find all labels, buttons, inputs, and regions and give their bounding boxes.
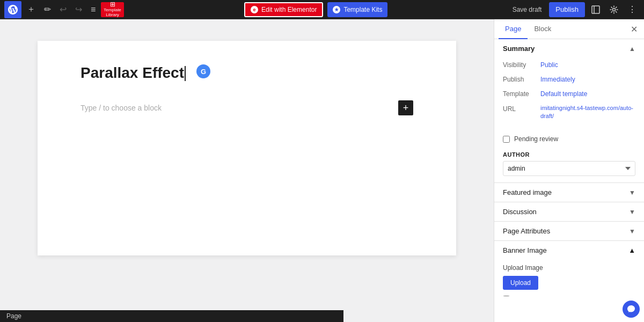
upload-image-label: Upload Image — [503, 264, 635, 272]
discussion-chevron-icon: ▼ — [629, 208, 635, 216]
summary-section: Summary ▲ Visibility Public Publish Imme… — [494, 39, 644, 183]
add-new-button[interactable]: ＋ — [24, 2, 39, 17]
remove-banner-row: Remove banner — [503, 295, 635, 296]
tab-page[interactable]: Page — [499, 19, 528, 39]
cursor — [185, 66, 186, 81]
discussion-section: Discussion ▼ — [494, 202, 644, 222]
banner-image-chevron-icon: ▲ — [628, 246, 635, 254]
template-library-label: TemplateLibrary — [104, 8, 121, 18]
page-title: Parallax Effect — [80, 62, 186, 83]
url-label: URL — [503, 104, 540, 114]
editor-area: Parallax Effect G Type / to choose a blo… — [0, 19, 494, 322]
pending-review-checkbox[interactable] — [503, 136, 510, 143]
template-value[interactable]: Default template — [540, 89, 587, 99]
block-placeholder-row: Type / to choose a block + — [80, 96, 413, 120]
summary-section-body: Visibility Public Publish Immediately Te… — [494, 58, 644, 131]
page-attributes-chevron-icon: ▼ — [629, 228, 635, 235]
page-attributes-label: Page Attributes — [503, 227, 550, 235]
publish-row: Publish Immediately — [503, 75, 635, 85]
publish-label: Publish — [503, 75, 540, 85]
page-attributes-section: Page Attributes ▼ — [494, 222, 644, 241]
template-kits-label: Template Kits — [343, 6, 382, 13]
remove-banner-checkbox[interactable] — [503, 296, 510, 296]
url-row: URL imitatingnight.s4-tastewp.com/auto-d… — [503, 104, 635, 121]
sidebar-header: Page Block ✕ — [494, 19, 644, 39]
elementor-icon: e — [251, 6, 258, 13]
template-row: Template Default template — [503, 89, 635, 99]
featured-image-label: Featured image — [503, 188, 552, 196]
sidebar-close-button[interactable]: ✕ — [628, 22, 640, 36]
visibility-label: Visibility — [503, 60, 540, 70]
right-sidebar: Page Block ✕ Summary ▲ Visibility Public… — [494, 19, 644, 322]
google-avatar: G — [196, 64, 210, 78]
wp-logo[interactable] — [4, 1, 21, 18]
undo-button[interactable]: ↩ — [56, 2, 70, 17]
details-button[interactable]: ≡ — [87, 2, 99, 17]
banner-image-section: Banner Image ▲ Upload Image Upload Remov… — [494, 241, 644, 296]
support-chat-button[interactable] — [623, 301, 640, 318]
publish-value[interactable]: Immediately — [540, 75, 575, 85]
tab-block[interactable]: Block — [528, 19, 558, 39]
banner-image-body: Upload Image Upload Remove banner Hide T… — [494, 260, 644, 296]
sidebar-body: Summary ▲ Visibility Public Publish Imme… — [494, 39, 644, 296]
remove-banner-label: Remove banner — [514, 295, 559, 296]
featured-image-header[interactable]: Featured image ▼ — [494, 183, 644, 202]
toolbar-right: Save draft Publish ⋮ — [508, 2, 640, 17]
pending-review-label: Pending review — [514, 135, 558, 143]
summary-title: Summary — [503, 45, 535, 53]
save-draft-button[interactable]: Save draft — [508, 4, 546, 16]
add-block-button[interactable]: + — [398, 100, 413, 115]
page-title-text: Parallax Effect — [80, 64, 184, 81]
summary-chevron-icon: ▲ — [629, 45, 635, 53]
template-kits-button[interactable]: ★ Template Kits — [327, 2, 387, 17]
bottom-bar-label: Page — [6, 312, 21, 320]
visibility-row: Visibility Public — [503, 60, 635, 70]
bottom-bar: Page — [0, 310, 343, 322]
featured-image-chevron-icon: ▼ — [629, 189, 635, 196]
svg-rect-0 — [592, 6, 599, 13]
visibility-value[interactable]: Public — [540, 60, 558, 70]
main-layout: Parallax Effect G Type / to choose a blo… — [0, 19, 644, 322]
author-row: AUTHOR admin — [494, 149, 644, 182]
url-value[interactable]: imitatingnight.s4-tastewp.com/auto-draft… — [540, 104, 635, 121]
more-options-button[interactable]: ⋮ — [625, 2, 640, 17]
template-library-button[interactable]: ⊞ TemplateLibrary — [101, 2, 123, 17]
svg-point-2 — [613, 8, 616, 11]
author-select[interactable]: admin — [503, 161, 635, 176]
featured-image-section: Featured image ▼ — [494, 183, 644, 202]
edit-with-elementor-button[interactable]: e Edit with Elementor — [244, 2, 323, 17]
author-label: AUTHOR — [503, 151, 635, 158]
upload-button[interactable]: Upload — [503, 276, 538, 290]
template-kits-icon: ★ — [333, 6, 340, 13]
discussion-header[interactable]: Discussion ▼ — [494, 202, 644, 221]
banner-image-label: Banner Image — [503, 246, 547, 254]
block-placeholder-text: Type / to choose a block — [80, 104, 162, 112]
redo-button[interactable]: ↪ — [72, 2, 85, 17]
template-label: Template — [503, 89, 540, 99]
banner-image-header[interactable]: Banner Image ▲ — [494, 241, 644, 260]
page-attributes-header[interactable]: Page Attributes ▼ — [494, 222, 644, 240]
settings-button[interactable] — [606, 2, 621, 17]
editor-content: Parallax Effect G Type / to choose a blo… — [38, 41, 456, 255]
discussion-label: Discussion — [503, 208, 537, 216]
pending-review-row: Pending review — [494, 131, 644, 149]
edit-button[interactable]: ✏ — [41, 2, 54, 17]
publish-button[interactable]: Publish — [549, 2, 585, 17]
view-button[interactable] — [588, 2, 603, 17]
summary-section-header[interactable]: Summary ▲ — [494, 39, 644, 58]
page-title-area: Parallax Effect G — [80, 62, 413, 83]
main-toolbar: ＋ ✏ ↩ ↪ ≡ ⊞ TemplateLibrary e Edit with … — [0, 0, 644, 19]
toolbar-center: e Edit with Elementor ★ Template Kits — [126, 2, 506, 17]
edit-elementor-label: Edit with Elementor — [261, 6, 317, 13]
